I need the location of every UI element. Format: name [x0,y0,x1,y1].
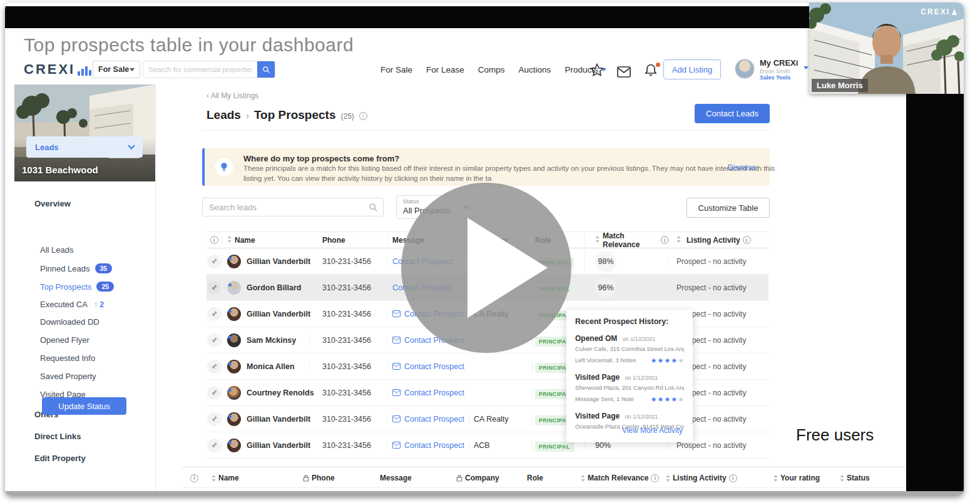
presenter-name-tag: Luke Morris [812,79,868,92]
contact-prospect-link[interactable]: Contact Prospect [404,362,464,371]
contact-prospect-link[interactable]: Contact Prospect [404,441,464,450]
prospect-name[interactable]: Gillian Vanderbilt [247,310,310,318]
prospect-name[interactable]: Gordon Billard [247,283,302,292]
messages-envelope-icon[interactable] [616,64,631,79]
sidebar-item-top-prospects[interactable]: Top Prospects 25 [40,282,114,292]
sort-icon [676,236,681,245]
pin-icon[interactable] [207,281,221,295]
pin-icon[interactable] [207,255,221,268]
pin-icon[interactable] [207,360,221,373]
sidebar-item-overview[interactable]: Overview [34,199,71,208]
pin-icon[interactable] [207,439,221,452]
nav-for-lease[interactable]: For Lease [426,65,464,74]
prospect-name[interactable]: Gillian Vanderbilt [247,257,310,266]
sort-icon [595,236,600,245]
col-phone[interactable]: Phone [303,467,335,489]
nav-auctions[interactable]: Auctions [519,65,551,74]
avatar [227,439,241,452]
sidebar-item-leads[interactable]: Leads [26,136,143,158]
col-name[interactable]: Name [235,236,255,245]
listing-category-dropdown[interactable]: For Sale [93,61,140,78]
history-date: on 1/12/2021 [623,336,656,342]
sidebar-item-edit-property[interactable]: Edit Property [34,454,86,463]
property-search-input[interactable] [143,61,257,78]
top-prospects-count-badge: 25 [96,282,114,292]
col-match-relevance[interactable]: Match Relevancei [581,467,659,489]
account-menu[interactable]: My CREXi Bryan Smith Sales Tools [760,59,798,81]
breadcrumb-leads[interactable]: Leads [207,108,241,122]
notifications-bell-icon[interactable] [643,63,660,79]
sidebar-item-saved-property[interactable]: Saved Property [40,372,96,381]
pin-icon[interactable] [207,333,221,347]
sidebar-item-all-leads[interactable]: All Leads [40,245,73,255]
role-badge: PRINCIPAL [535,442,574,452]
account-subtitle: Sales Tools [760,74,798,81]
prospect-name[interactable]: Courtney Renolds [247,389,314,397]
dismiss-link[interactable]: Dismiss [728,163,757,172]
prospect-name[interactable]: Sam Mckinsy [247,336,296,345]
back-to-listings-link[interactable]: ‹ All My Listings [207,91,258,100]
view-more-activity-link[interactable]: View More Activity [622,426,683,435]
info-icon[interactable]: i [210,236,218,244]
user-avatar[interactable] [735,59,755,79]
prospect-phone: 310-231-3456 [309,257,387,266]
video-frame: Top prospects table in your dashboard CR… [5,3,964,495]
page-title: Top Prospects [254,108,336,122]
info-icon[interactable]: i [651,474,659,482]
info-icon[interactable]: i [743,236,751,244]
pin-icon[interactable] [207,386,221,400]
info-icon[interactable]: i [661,236,668,244]
account-caret-icon [804,66,809,69]
nav-for-sale[interactable]: For Sale [380,65,412,74]
search-leads [202,198,384,216]
screen: Top prospects table in your dashboard CR… [0,0,980,503]
info-icon[interactable]: i [729,474,737,482]
prospect-name[interactable]: Gillian Vanderbilt [247,441,310,450]
col-phone[interactable]: Phone [309,236,387,245]
info-icon[interactable]: i [359,112,367,120]
sidebar-item-requested-info[interactable]: Requested Info [40,353,95,363]
history-note: Left Voicemail, 3 Notes [575,357,636,363]
prospect-phone: 310-231-3456 [309,415,387,424]
pin-icon[interactable] [207,412,221,426]
prospect-name[interactable]: Gillian Vanderbilt [247,415,310,424]
col-role[interactable]: Role [527,467,543,489]
sort-icon[interactable] [227,236,232,245]
sidebar-item-downloaded-dd[interactable]: Downloaded DD [40,317,100,327]
add-listing-button[interactable]: Add Listing [663,59,721,79]
chevron-down-icon [128,142,135,149]
account-title: My CREXi [760,59,798,68]
contact-leads-button[interactable]: Contact Leads [695,104,770,123]
col-name[interactable]: Name [212,467,239,489]
property-search-button[interactable] [257,61,275,78]
col-match-relevance[interactable]: Match Relevance i [584,231,668,249]
sidebar-item-direct-links[interactable]: Direct Links [34,432,81,441]
nav-comps[interactable]: Comps [478,65,505,74]
col-message[interactable]: Message [380,467,412,489]
pin-icon[interactable] [207,307,221,321]
update-status-button[interactable]: Update Status [42,397,126,415]
prospect-name[interactable]: Monica Allen [247,362,295,371]
contact-prospect-link[interactable]: Contact Prospect [404,415,464,424]
property-photo[interactable]: 1031 Beachwood [14,84,155,181]
sidebar-item-pinned-leads[interactable]: Pinned Leads 35 [40,263,112,273]
crexi-logo[interactable]: CREXI [24,61,91,78]
contact-prospect-link[interactable]: Contact Prospect [404,389,464,397]
col-status[interactable]: Status [840,467,870,489]
info-icon[interactable]: i [190,467,198,489]
search-leads-input[interactable] [203,203,369,212]
history-action: Opened OM [575,334,617,343]
col-listing-activity[interactable]: Listing Activityi [666,467,737,489]
avatar [227,255,241,268]
sidebar-item-executed-ca[interactable]: Executed CA ↑ 2 [40,300,104,309]
history-date: on 1/12/2021 [625,414,658,420]
favorites-star-icon[interactable] [590,63,605,78]
sidebar-item-opened-flyer[interactable]: Opened Flyer [40,335,89,345]
customize-table-button[interactable]: Customize Table [687,198,770,218]
popup-title: Recent Prospect History: [575,317,684,326]
col-company[interactable]: Company [456,467,499,489]
play-button[interactable] [401,183,571,353]
avatar [227,360,241,373]
col-your-rating[interactable]: Your rating [773,467,820,489]
col-listing-activity[interactable]: Listing Activityi [668,236,768,245]
